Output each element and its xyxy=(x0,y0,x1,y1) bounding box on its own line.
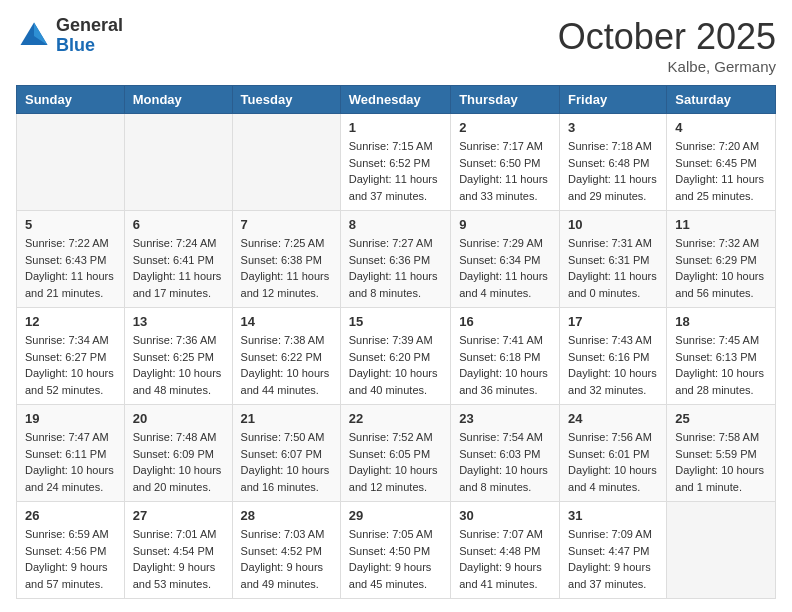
weekday-header-saturday: Saturday xyxy=(667,86,776,114)
day-number: 26 xyxy=(25,508,116,523)
week-row-3: 12Sunrise: 7:34 AMSunset: 6:27 PMDayligh… xyxy=(17,308,776,405)
day-number: 5 xyxy=(25,217,116,232)
day-number: 31 xyxy=(568,508,658,523)
calendar-cell: 1Sunrise: 7:15 AMSunset: 6:52 PMDaylight… xyxy=(340,114,450,211)
day-number: 29 xyxy=(349,508,442,523)
weekday-header-monday: Monday xyxy=(124,86,232,114)
day-number: 28 xyxy=(241,508,332,523)
day-number: 10 xyxy=(568,217,658,232)
day-number: 17 xyxy=(568,314,658,329)
calendar-cell: 5Sunrise: 7:22 AMSunset: 6:43 PMDaylight… xyxy=(17,211,125,308)
day-info: Sunrise: 7:17 AMSunset: 6:50 PMDaylight:… xyxy=(459,138,551,204)
day-info: Sunrise: 7:52 AMSunset: 6:05 PMDaylight:… xyxy=(349,429,442,495)
day-info: Sunrise: 7:27 AMSunset: 6:36 PMDaylight:… xyxy=(349,235,442,301)
day-info: Sunrise: 7:05 AMSunset: 4:50 PMDaylight:… xyxy=(349,526,442,592)
calendar-table: SundayMondayTuesdayWednesdayThursdayFrid… xyxy=(16,85,776,599)
calendar-cell: 30Sunrise: 7:07 AMSunset: 4:48 PMDayligh… xyxy=(451,502,560,599)
day-number: 4 xyxy=(675,120,767,135)
calendar-cell: 8Sunrise: 7:27 AMSunset: 6:36 PMDaylight… xyxy=(340,211,450,308)
day-info: Sunrise: 7:22 AMSunset: 6:43 PMDaylight:… xyxy=(25,235,116,301)
calendar-cell: 28Sunrise: 7:03 AMSunset: 4:52 PMDayligh… xyxy=(232,502,340,599)
week-row-2: 5Sunrise: 7:22 AMSunset: 6:43 PMDaylight… xyxy=(17,211,776,308)
calendar-cell: 15Sunrise: 7:39 AMSunset: 6:20 PMDayligh… xyxy=(340,308,450,405)
calendar-cell: 26Sunrise: 6:59 AMSunset: 4:56 PMDayligh… xyxy=(17,502,125,599)
weekday-header-wednesday: Wednesday xyxy=(340,86,450,114)
day-info: Sunrise: 7:56 AMSunset: 6:01 PMDaylight:… xyxy=(568,429,658,495)
day-info: Sunrise: 7:01 AMSunset: 4:54 PMDaylight:… xyxy=(133,526,224,592)
day-number: 11 xyxy=(675,217,767,232)
day-number: 8 xyxy=(349,217,442,232)
calendar-cell: 2Sunrise: 7:17 AMSunset: 6:50 PMDaylight… xyxy=(451,114,560,211)
day-number: 15 xyxy=(349,314,442,329)
calendar-cell: 10Sunrise: 7:31 AMSunset: 6:31 PMDayligh… xyxy=(560,211,667,308)
calendar-cell xyxy=(17,114,125,211)
calendar-cell: 11Sunrise: 7:32 AMSunset: 6:29 PMDayligh… xyxy=(667,211,776,308)
day-number: 25 xyxy=(675,411,767,426)
calendar-cell: 25Sunrise: 7:58 AMSunset: 5:59 PMDayligh… xyxy=(667,405,776,502)
calendar-cell: 27Sunrise: 7:01 AMSunset: 4:54 PMDayligh… xyxy=(124,502,232,599)
day-info: Sunrise: 7:39 AMSunset: 6:20 PMDaylight:… xyxy=(349,332,442,398)
day-number: 3 xyxy=(568,120,658,135)
day-info: Sunrise: 7:48 AMSunset: 6:09 PMDaylight:… xyxy=(133,429,224,495)
day-number: 1 xyxy=(349,120,442,135)
calendar-cell: 13Sunrise: 7:36 AMSunset: 6:25 PMDayligh… xyxy=(124,308,232,405)
calendar-cell: 7Sunrise: 7:25 AMSunset: 6:38 PMDaylight… xyxy=(232,211,340,308)
week-row-5: 26Sunrise: 6:59 AMSunset: 4:56 PMDayligh… xyxy=(17,502,776,599)
day-info: Sunrise: 6:59 AMSunset: 4:56 PMDaylight:… xyxy=(25,526,116,592)
day-info: Sunrise: 7:15 AMSunset: 6:52 PMDaylight:… xyxy=(349,138,442,204)
calendar-cell xyxy=(667,502,776,599)
day-info: Sunrise: 7:29 AMSunset: 6:34 PMDaylight:… xyxy=(459,235,551,301)
day-info: Sunrise: 7:43 AMSunset: 6:16 PMDaylight:… xyxy=(568,332,658,398)
day-number: 7 xyxy=(241,217,332,232)
week-row-1: 1Sunrise: 7:15 AMSunset: 6:52 PMDaylight… xyxy=(17,114,776,211)
day-info: Sunrise: 7:18 AMSunset: 6:48 PMDaylight:… xyxy=(568,138,658,204)
logo-blue-text: Blue xyxy=(56,36,123,56)
weekday-header-friday: Friday xyxy=(560,86,667,114)
day-number: 22 xyxy=(349,411,442,426)
day-info: Sunrise: 7:24 AMSunset: 6:41 PMDaylight:… xyxy=(133,235,224,301)
calendar-cell xyxy=(124,114,232,211)
month-title: October 2025 xyxy=(558,16,776,58)
day-info: Sunrise: 7:20 AMSunset: 6:45 PMDaylight:… xyxy=(675,138,767,204)
day-number: 6 xyxy=(133,217,224,232)
logo: General Blue xyxy=(16,16,123,56)
calendar-cell: 31Sunrise: 7:09 AMSunset: 4:47 PMDayligh… xyxy=(560,502,667,599)
day-number: 21 xyxy=(241,411,332,426)
page-header: General Blue October 2025 Kalbe, Germany xyxy=(16,16,776,75)
day-info: Sunrise: 7:54 AMSunset: 6:03 PMDaylight:… xyxy=(459,429,551,495)
logo-icon xyxy=(16,18,52,54)
day-number: 13 xyxy=(133,314,224,329)
day-info: Sunrise: 7:03 AMSunset: 4:52 PMDaylight:… xyxy=(241,526,332,592)
calendar-cell: 16Sunrise: 7:41 AMSunset: 6:18 PMDayligh… xyxy=(451,308,560,405)
day-info: Sunrise: 7:09 AMSunset: 4:47 PMDaylight:… xyxy=(568,526,658,592)
calendar-cell: 29Sunrise: 7:05 AMSunset: 4:50 PMDayligh… xyxy=(340,502,450,599)
calendar-cell: 3Sunrise: 7:18 AMSunset: 6:48 PMDaylight… xyxy=(560,114,667,211)
day-number: 18 xyxy=(675,314,767,329)
day-number: 14 xyxy=(241,314,332,329)
weekday-header-thursday: Thursday xyxy=(451,86,560,114)
calendar-cell: 9Sunrise: 7:29 AMSunset: 6:34 PMDaylight… xyxy=(451,211,560,308)
calendar-cell: 24Sunrise: 7:56 AMSunset: 6:01 PMDayligh… xyxy=(560,405,667,502)
day-info: Sunrise: 7:07 AMSunset: 4:48 PMDaylight:… xyxy=(459,526,551,592)
day-info: Sunrise: 7:36 AMSunset: 6:25 PMDaylight:… xyxy=(133,332,224,398)
day-number: 2 xyxy=(459,120,551,135)
title-block: October 2025 Kalbe, Germany xyxy=(558,16,776,75)
calendar-cell: 14Sunrise: 7:38 AMSunset: 6:22 PMDayligh… xyxy=(232,308,340,405)
day-number: 20 xyxy=(133,411,224,426)
day-number: 12 xyxy=(25,314,116,329)
day-info: Sunrise: 7:25 AMSunset: 6:38 PMDaylight:… xyxy=(241,235,332,301)
day-info: Sunrise: 7:45 AMSunset: 6:13 PMDaylight:… xyxy=(675,332,767,398)
day-info: Sunrise: 7:32 AMSunset: 6:29 PMDaylight:… xyxy=(675,235,767,301)
day-info: Sunrise: 7:38 AMSunset: 6:22 PMDaylight:… xyxy=(241,332,332,398)
logo-general-text: General xyxy=(56,16,123,36)
calendar-cell: 22Sunrise: 7:52 AMSunset: 6:05 PMDayligh… xyxy=(340,405,450,502)
day-info: Sunrise: 7:47 AMSunset: 6:11 PMDaylight:… xyxy=(25,429,116,495)
day-number: 24 xyxy=(568,411,658,426)
calendar-cell: 23Sunrise: 7:54 AMSunset: 6:03 PMDayligh… xyxy=(451,405,560,502)
calendar-cell: 12Sunrise: 7:34 AMSunset: 6:27 PMDayligh… xyxy=(17,308,125,405)
day-number: 9 xyxy=(459,217,551,232)
calendar-cell: 21Sunrise: 7:50 AMSunset: 6:07 PMDayligh… xyxy=(232,405,340,502)
calendar-cell: 18Sunrise: 7:45 AMSunset: 6:13 PMDayligh… xyxy=(667,308,776,405)
weekday-header-tuesday: Tuesday xyxy=(232,86,340,114)
day-info: Sunrise: 7:34 AMSunset: 6:27 PMDaylight:… xyxy=(25,332,116,398)
